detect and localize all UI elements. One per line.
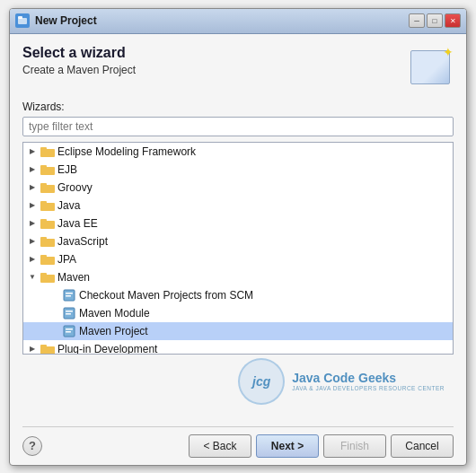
tree-item-eclipse[interactable]: Eclipse Modeling Framework	[23, 143, 453, 161]
folder-icon-java	[40, 200, 55, 211]
folder-icon-javascript	[40, 236, 55, 247]
watermark-content: jcg Java Code Geeks JAVA & JAVA DEVELOPE…	[238, 358, 445, 405]
dialog-subtitle: Create a Maven Project	[22, 64, 136, 76]
brand-name: Java Code Geeks	[292, 371, 445, 385]
title-bar: New Project ─ □ ✕	[10, 9, 466, 34]
tree-arrow-javaee	[27, 218, 38, 229]
tree-item-maven[interactable]: Maven	[23, 268, 453, 286]
cancel-button[interactable]: Cancel	[391, 434, 454, 458]
svg-rect-1	[18, 16, 22, 19]
file-icon-module	[62, 306, 76, 320]
header-text: Select a wizard Create a Maven Project	[22, 45, 136, 76]
header-section: Select a wizard Create a Maven Project ✦	[22, 45, 454, 90]
tree-label-javascript: JavaScript	[57, 235, 108, 248]
back-button[interactable]: < Back	[189, 434, 251, 458]
tree-label-javaee: Java EE	[57, 217, 98, 230]
dialog-title: Select a wizard	[22, 45, 136, 61]
tree-item-project[interactable]: Maven Project	[23, 322, 453, 340]
tree-scroll[interactable]: Eclipse Modeling Framework EJB G	[23, 143, 453, 354]
folder-icon-javaee	[40, 218, 55, 229]
tree-label-eclipse: Eclipse Modeling Framework	[57, 145, 196, 158]
svg-rect-19	[66, 293, 73, 294]
folder-icon-eclipse	[40, 146, 55, 157]
svg-rect-28	[40, 345, 47, 348]
svg-rect-17	[40, 273, 47, 276]
minimize-button[interactable]: ─	[409, 13, 425, 28]
tree-item-groovy[interactable]: Groovy	[23, 179, 453, 197]
tree-arrow-jpa	[27, 254, 38, 265]
folder-icon-maven	[40, 272, 55, 283]
button-group: < Back Next > Finish Cancel	[189, 434, 454, 458]
tree-label-ejb: EJB	[57, 163, 77, 176]
brand-text-group: Java Code Geeks JAVA & JAVA DEVELOPERS R…	[292, 371, 445, 391]
footer-section: ? < Back Next > Finish Cancel	[22, 426, 454, 458]
window-controls: ─ □ ✕	[409, 13, 461, 28]
tree-arrow-groovy	[27, 182, 38, 193]
tree-arrow-eclipse	[27, 146, 38, 157]
help-button[interactable]: ?	[22, 436, 42, 456]
window-title: New Project	[35, 14, 409, 27]
svg-rect-13	[40, 237, 47, 241]
tree-item-ejb[interactable]: EJB	[23, 161, 453, 179]
tree-label-jpa: JPA	[57, 253, 76, 266]
tree-item-plugin[interactable]: Plug-in Development	[23, 340, 453, 354]
file-icon-checkout	[62, 288, 76, 302]
jcg-circle: jcg	[238, 358, 285, 405]
brand-sub: JAVA & JAVA DEVELOPERS RESOURCE CENTER	[292, 385, 445, 391]
svg-rect-20	[66, 295, 71, 297]
svg-rect-22	[66, 311, 73, 312]
svg-rect-23	[66, 313, 71, 315]
folder-icon-jpa	[40, 254, 55, 265]
watermark-area: jcg Java Code Geeks JAVA & JAVA DEVELOPE…	[22, 358, 454, 421]
tree-item-java[interactable]: Java	[23, 197, 453, 215]
svg-rect-7	[40, 183, 47, 187]
close-button[interactable]: ✕	[445, 13, 461, 28]
wizard-icon: ✦	[409, 45, 454, 90]
tree-arrow-maven	[27, 272, 38, 283]
tree-container: Eclipse Modeling Framework EJB G	[22, 142, 454, 355]
next-button[interactable]: Next >	[256, 434, 319, 458]
tree-item-module[interactable]: Maven Module	[23, 304, 453, 322]
svg-rect-26	[66, 331, 71, 333]
tree-arrow-java	[27, 200, 38, 211]
folder-icon-plugin	[40, 344, 55, 354]
tree-item-jpa[interactable]: JPA	[23, 250, 453, 268]
tree-label-java: Java	[57, 199, 80, 212]
star-icon: ✦	[443, 45, 454, 59]
window-icon	[15, 13, 30, 28]
file-icon-project	[62, 324, 76, 338]
svg-rect-3	[40, 147, 47, 151]
jcg-logo-text: jcg	[252, 374, 270, 389]
tree-label-checkout: Checkout Maven Projects from SCM	[79, 289, 253, 302]
tree-item-javascript[interactable]: JavaScript	[23, 232, 453, 250]
tree-item-checkout[interactable]: Checkout Maven Projects from SCM	[23, 286, 453, 304]
tree-arrow-javascript	[27, 236, 38, 247]
maximize-button[interactable]: □	[427, 13, 443, 28]
new-project-dialog: New Project ─ □ ✕ Select a wizard Create…	[9, 8, 467, 466]
tree-arrow-ejb	[27, 164, 38, 175]
tree-label-maven: Maven	[57, 271, 90, 284]
tree-label-project: Maven Project	[79, 325, 148, 337]
svg-rect-0	[18, 18, 27, 24]
tree-label-plugin: Plug-in Development	[57, 343, 157, 354]
tree-item-javaee[interactable]: Java EE	[23, 215, 453, 232]
filter-input[interactable]	[22, 117, 454, 136]
folder-icon-groovy	[40, 182, 55, 193]
svg-rect-11	[40, 219, 47, 223]
wizards-label: Wizards:	[22, 101, 454, 113]
tree-label-groovy: Groovy	[57, 181, 93, 194]
svg-rect-25	[66, 328, 73, 330]
tree-label-module: Maven Module	[79, 307, 150, 320]
folder-icon-ejb	[40, 164, 55, 175]
tree-arrow-plugin	[27, 344, 38, 354]
dialog-content: Select a wizard Create a Maven Project ✦…	[10, 34, 466, 465]
svg-rect-15	[40, 255, 47, 258]
svg-rect-9	[40, 201, 47, 205]
watermark: jcg Java Code Geeks JAVA & JAVA DEVELOPE…	[238, 358, 445, 405]
finish-button[interactable]: Finish	[323, 434, 386, 458]
svg-rect-5	[40, 165, 47, 169]
